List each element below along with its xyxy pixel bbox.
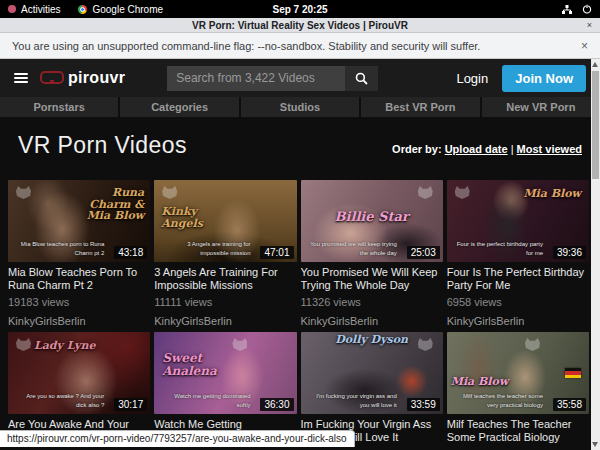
video-thumbnail[interactable]: Kinky Angels 3 Angels are training for i… [154,180,296,262]
site-header: pirouvr Login Join Now [0,59,600,97]
search-bar [167,66,378,91]
video-grid: Runa Charm & Mia Blow Mia Blow teaches p… [0,180,600,450]
nav-item-categories[interactable]: Categories [120,97,238,117]
duration-badge: 33:59 [407,398,440,411]
thumbnail-caption: You promised we will keep trying the who… [307,240,397,257]
duration-badge: 47:01 [260,246,293,259]
duration-badge: 36:30 [260,398,293,411]
video-card[interactable]: Runa Charm & Mia Blow Mia Blow teaches p… [8,180,150,327]
studio-cat-logo-icon [418,186,433,199]
thumbnail-caption: Mia Blow teaches porn to Runa Charm pt 2 [14,240,104,257]
video-thumbnail[interactable]: Mia Blow Four is the perfect birthday pa… [447,180,589,262]
page-title: VR Porn Videos [18,132,187,159]
search-icon [355,72,368,85]
thumbnail-caption: 3 Angels are training for impossible mis… [160,240,250,257]
system-top-bar: Activities Google Chrome Sep 7 20:25 [0,0,600,18]
video-thumbnail[interactable]: Mia Blow Milf teaches the teacher some v… [447,332,589,414]
order-by-separator: | [511,143,514,155]
duration-badge: 43:18 [114,246,147,259]
scrollbar-down-icon[interactable] [592,442,598,447]
chrome-infobar: You are using an unsupported command-lin… [0,33,600,59]
video-title-link[interactable]: You Promised We Will Keep Trying The Who… [301,266,443,291]
duration-badge: 35:58 [553,398,586,411]
video-thumbnail[interactable]: Billie Star You promised we will keep tr… [301,180,443,262]
video-card[interactable]: Mia Blow Milf teaches the teacher some v… [447,332,589,450]
order-by-label: Order by: [392,143,442,155]
vr-goggles-icon [40,71,64,85]
clock[interactable]: Sep 7 20:25 [0,4,600,15]
thumbnail-caption: I'm fucking your virgin ass and you will… [307,392,397,409]
order-by-controls: Order by: Upload date | Most viewed [392,143,582,159]
duration-badge: 25:03 [407,246,440,259]
nav-item-best-vr-porn[interactable]: Best VR Porn [361,97,479,117]
video-thumbnail[interactable]: Dolly Dyson I'm fucking your virgin ass … [301,332,443,414]
scrollbar-thumb[interactable] [592,71,599,179]
video-title-link[interactable]: 3 Angels Are Training For Impossible Mis… [154,266,296,291]
join-now-button[interactable]: Join Now [502,65,586,92]
scrollbar-up-icon[interactable] [592,62,598,67]
studio-cat-logo-icon [525,338,540,351]
thumbnail-caption: Are you so awake ? And your dick also ? [14,392,104,409]
hamburger-menu-icon[interactable] [14,73,28,83]
thumbnail-overlay-title: Runa Charm & Mia Blow [72,187,144,222]
nav-item-pornstars[interactable]: Pornstars [0,97,118,117]
video-card[interactable]: Billie Star You promised we will keep tr… [301,180,443,327]
scrollbar[interactable] [591,59,600,450]
power-tray-icon[interactable] [582,4,592,14]
duration-badge: 39:36 [553,246,586,259]
nav-item-studios[interactable]: Studios [241,97,359,117]
studio-cat-logo-icon [16,338,31,351]
thumbnail-caption: Watch me getting dominated softly [160,392,250,409]
studio-link[interactable]: KinkyGirlsBerlin [301,315,443,327]
login-link[interactable]: Login [456,71,488,86]
video-thumbnail[interactable]: Lady Lyne Are you so awake ? And your di… [8,332,150,414]
network-tray-icon[interactable] [562,5,572,14]
site-logo-text: pirouvr [68,69,125,87]
thumbnail-overlay-title: Mia Blow [523,188,581,200]
thumbnail-overlay-title: Kinky Angels [161,206,231,229]
video-views: 11326 views [301,296,443,308]
video-views: 19183 views [8,296,150,308]
thumbnail-overlay-title: Mia Blow [451,376,509,388]
thumbnail-overlay-title: Billie Star [301,210,443,224]
browser-tab-strip: VR Porn: Virtual Reality Sex Videos | Pi… [0,18,600,33]
studio-cat-logo-icon [455,186,470,199]
infobar-message: You are using an unsupported command-lin… [12,40,480,52]
studio-link[interactable]: KinkyGirlsBerlin [8,315,150,327]
studio-cat-logo-icon [16,186,31,199]
screen: Activities Google Chrome Sep 7 20:25 VR … [0,0,600,450]
german-flag-icon [565,368,581,378]
thumbnail-caption: Milf teaches the teacher some very pract… [453,392,543,409]
video-thumbnail[interactable]: Sweet Analena Watch me getting dominated… [154,332,296,414]
video-card[interactable]: Kinky Angels 3 Angels are training for i… [154,180,296,327]
video-title-link[interactable]: Four Is The Perfect Birthday Party For M… [447,266,589,291]
tab-title[interactable]: VR Porn: Virtual Reality Sex Videos | Pi… [0,20,600,31]
video-title-link[interactable]: Mia Blow Teaches Porn To Runa Charm Pt 2 [8,266,150,291]
main-nav: Pornstars Categories Studios Best VR Por… [0,97,600,117]
thumbnail-overlay-title: Dolly Dyson [301,334,443,346]
video-title-link[interactable]: Milf Teaches The Teacher Some Practical … [447,418,589,443]
tab-close-icon[interactable]: × [587,20,592,30]
site-logo[interactable]: pirouvr [40,69,125,87]
video-card[interactable]: Mia Blow Four is the perfect birthday pa… [447,180,589,327]
order-by-upload-date-link[interactable]: Upload date [445,143,508,155]
studio-cat-logo-icon [162,186,177,199]
search-button[interactable] [345,66,378,91]
duration-badge: 30:17 [114,398,147,411]
video-views: 6958 views [447,296,589,308]
thumbnail-caption: Four is the perfect birthday party for m… [453,240,543,257]
studio-link[interactable]: KinkyGirlsBerlin [447,315,589,327]
status-bar-url: https://pirouvr.com/vr-porn-video/779325… [0,430,355,447]
thumbnail-overlay-title: Lady Lyne [34,340,96,352]
nav-item-new-vr-porn[interactable]: New VR Porn [482,97,600,117]
video-views: 11111 views [154,296,296,308]
thumbnail-overlay-title: Sweet Analena [162,352,248,377]
order-by-most-viewed-link[interactable]: Most viewed [517,143,582,155]
infobar-close-icon[interactable]: × [581,39,588,53]
video-thumbnail[interactable]: Runa Charm & Mia Blow Mia Blow teaches p… [8,180,150,262]
studio-cat-logo-icon [232,338,247,351]
page-content: pirouvr Login Join Now Pornstars Categor… [0,59,600,450]
studio-link[interactable]: KinkyGirlsBerlin [154,315,296,327]
search-input[interactable] [167,66,345,91]
